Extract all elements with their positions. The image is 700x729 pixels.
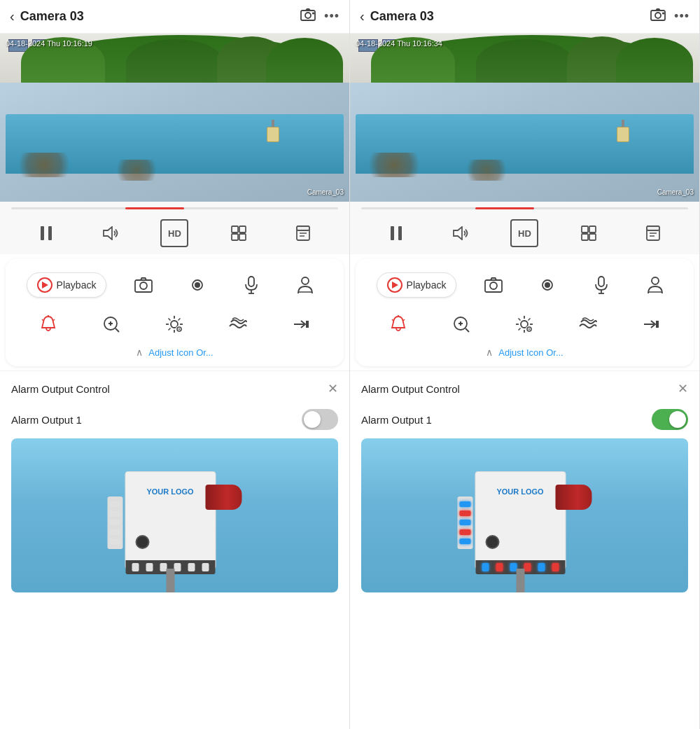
more-options-icon-left[interactable]: ••• [324, 9, 340, 24]
alarm-close-right[interactable]: ✕ [678, 381, 688, 396]
alarm-output-row-right: Alarm Output 1 [361, 405, 688, 438]
playback-triangle-right [392, 282, 398, 289]
svg-line-27 [42, 319, 43, 321]
volume-button-left[interactable] [97, 219, 125, 247]
svg-line-86 [528, 319, 531, 321]
svg-rect-54 [582, 234, 588, 240]
camera-label-right: Camera_03 [657, 188, 694, 196]
grid-button-left[interactable] [225, 219, 253, 247]
grid-button-right[interactable] [575, 219, 603, 247]
toggle-knob-right [669, 411, 686, 428]
zoom-in-button-left[interactable] [94, 309, 129, 340]
svg-line-38 [169, 319, 171, 321]
sun-settings-button-left[interactable] [157, 309, 192, 340]
svg-rect-60 [647, 226, 659, 230]
camera-title-right: Camera 03 [370, 9, 650, 24]
record-button-left[interactable] [180, 270, 215, 300]
svg-marker-51 [454, 227, 462, 239]
alarm-output-label-left: Alarm Output 1 [11, 414, 82, 426]
svg-line-77 [465, 328, 469, 332]
microphone-button-right[interactable] [584, 270, 619, 300]
alarm-bell-button-left[interactable] [31, 309, 66, 340]
timestamp-right: 04-18-2024 Thu 10:16:34 [356, 39, 442, 48]
motion-button-left[interactable] [284, 309, 318, 340]
right-panel: ‹ Camera 03 ••• [350, 0, 700, 729]
svg-rect-4 [41, 226, 44, 240]
svg-point-62 [490, 282, 497, 289]
snapshot-list-button-left[interactable] [289, 219, 317, 247]
progress-area-right [350, 202, 699, 212]
camera-label-left: Camera_03 [307, 188, 344, 196]
screenshot-button-left[interactable] [126, 270, 161, 300]
more-options-icon-right[interactable]: ••• [674, 9, 690, 24]
alarm-section-right: Alarm Output Control ✕ Alarm Output 1 YO… [350, 370, 699, 599]
svg-line-83 [519, 319, 521, 321]
header-icons-right: ••• [650, 8, 690, 25]
svg-point-19 [195, 282, 200, 288]
svg-rect-5 [48, 226, 52, 240]
adjust-chevron-left: ∧ [136, 347, 143, 358]
alarm-toggle-left[interactable] [302, 409, 338, 430]
camera-feed-left: 04-18-2024 Thu 10:16:19 Camera_03 [0, 34, 349, 202]
hd-button-right[interactable]: HD [510, 219, 538, 247]
action-row2-right [367, 305, 682, 344]
alarm-close-left[interactable]: ✕ [328, 381, 338, 396]
wave-button-right[interactable] [570, 309, 606, 340]
playback-circle-left [37, 277, 52, 293]
record-button-right[interactable] [530, 270, 565, 300]
svg-rect-10 [239, 234, 246, 240]
wave-button-left[interactable] [220, 309, 255, 340]
volume-button-right[interactable] [447, 219, 475, 247]
playback-label-right: Playback [407, 279, 447, 291]
back-button-left[interactable]: ‹ [10, 8, 15, 25]
svg-line-85 [519, 328, 521, 331]
sun-settings-button-right[interactable] [507, 309, 542, 340]
back-button-right[interactable]: ‹ [360, 8, 365, 25]
svg-rect-50 [398, 226, 402, 240]
pause-button-right[interactable] [382, 219, 410, 247]
svg-point-89 [528, 328, 530, 330]
action-row1-left: Playback [17, 265, 332, 305]
playback-label-left: Playback [57, 279, 97, 291]
add-camera-icon-left[interactable] [300, 8, 316, 25]
person-button-right[interactable] [638, 270, 673, 300]
svg-point-44 [178, 328, 180, 330]
adjust-chevron-right: ∧ [486, 347, 493, 358]
svg-rect-7 [232, 226, 238, 232]
logo-text-right: YOUR LOGO [496, 487, 543, 496]
snapshot-list-button-right[interactable] [639, 219, 667, 247]
alarm-title-right: Alarm Output Control [361, 383, 460, 395]
screenshot-button-right[interactable] [476, 270, 511, 300]
alarm-output-row-left: Alarm Output 1 [11, 405, 338, 438]
pause-button-left[interactable] [32, 219, 60, 247]
svg-rect-65 [598, 277, 604, 286]
action-row1-right: Playback [367, 265, 682, 305]
svg-rect-8 [239, 226, 246, 232]
motion-button-right[interactable] [634, 309, 668, 340]
progress-track-right[interactable] [361, 207, 688, 209]
header-right: ‹ Camera 03 ••• [350, 0, 699, 34]
adjust-link-left[interactable]: Adjust Icon Or... [148, 347, 214, 358]
microphone-button-left[interactable] [234, 270, 269, 300]
svg-point-64 [545, 282, 550, 288]
svg-rect-20 [248, 277, 254, 286]
alarm-bell-button-right[interactable] [381, 309, 416, 340]
person-button-left[interactable] [288, 270, 323, 300]
svg-rect-9 [232, 234, 238, 240]
adjust-link-right[interactable]: Adjust Icon Or... [498, 347, 564, 358]
zoom-in-button-right[interactable] [444, 309, 479, 340]
action-row2-left [17, 305, 332, 344]
hd-button-left[interactable]: HD [160, 219, 188, 247]
adjust-row-left: ∧ Adjust Icon Or... [17, 344, 332, 359]
playback-button-left[interactable]: Playback [27, 272, 107, 298]
add-camera-icon-right[interactable] [650, 8, 666, 25]
progress-track-left[interactable] [11, 207, 338, 209]
logo-text-left: YOUR LOGO [146, 487, 193, 496]
playback-button-right[interactable]: Playback [377, 272, 457, 298]
alarm-toggle-right[interactable] [652, 409, 688, 430]
progress-fill-left [125, 207, 184, 209]
timestamp-left: 04-18-2024 Thu 10:16:19 [6, 39, 92, 48]
action-area-right: Playback [356, 258, 694, 366]
alarm-image-right: YOUR LOGO [361, 438, 688, 592]
alarm-header-left: Alarm Output Control ✕ [11, 381, 338, 396]
